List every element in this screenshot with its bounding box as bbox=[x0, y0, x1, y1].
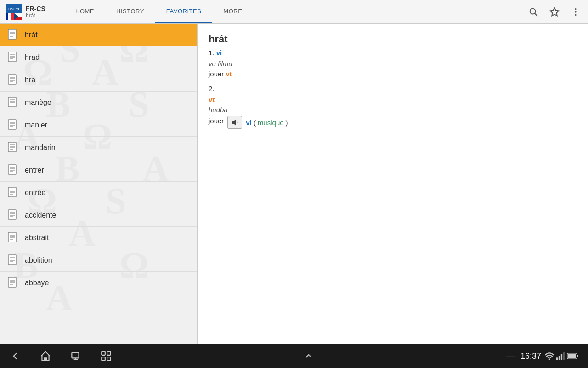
tab-more[interactable]: MORE bbox=[212, 0, 253, 23]
pos-text: vt bbox=[209, 96, 215, 104]
tab-home[interactable]: HOME bbox=[64, 0, 105, 23]
app-brand: Collins FR-CS hrát bbox=[0, 4, 64, 20]
recents-button[interactable] bbox=[70, 350, 82, 362]
word-label: mandarin bbox=[25, 144, 56, 152]
favorite-button[interactable] bbox=[548, 5, 561, 19]
main-content: S Ω Ω A B S A Ω B A Ω S A B Ω A bbox=[0, 24, 588, 344]
list-item[interactable]: abstrait bbox=[0, 227, 197, 249]
svg-rect-4 bbox=[11, 13, 14, 20]
entry-translation-2: hudba bbox=[209, 106, 577, 114]
list-item[interactable]: manier bbox=[0, 114, 197, 137]
app-title: FR-CS bbox=[26, 5, 45, 12]
word-doc-icon bbox=[7, 254, 19, 266]
svg-rect-90 bbox=[577, 355, 578, 357]
word-label: hrát bbox=[25, 31, 38, 39]
definition-panel: hrát 1. vi ve filmu jouer vt 2. vt hudba… bbox=[198, 24, 588, 344]
top-bar: Collins FR-CS hrát HOME HISTORY FAVORITE… bbox=[0, 0, 588, 24]
word-doc-icon bbox=[7, 164, 19, 176]
entry-example-1: jouer vt bbox=[209, 70, 577, 78]
search-button[interactable] bbox=[526, 5, 540, 19]
list-item[interactable]: entrer bbox=[0, 159, 197, 182]
svg-rect-69 bbox=[8, 277, 16, 287]
app-icon: Collins bbox=[6, 4, 22, 20]
translation-text: ve filmu bbox=[209, 60, 232, 68]
system-nav bbox=[9, 350, 112, 362]
entry-example-2: jouer vi (musique) bbox=[209, 116, 577, 129]
svg-point-11 bbox=[575, 8, 576, 9]
audio-button[interactable] bbox=[227, 116, 242, 129]
example-paren-close: ) bbox=[286, 119, 288, 126]
word-doc-icon bbox=[7, 29, 19, 41]
tab-history[interactable]: HISTORY bbox=[105, 0, 155, 23]
svg-point-83 bbox=[548, 358, 550, 360]
system-icons bbox=[545, 352, 579, 360]
word-label: manège bbox=[25, 98, 51, 107]
example-pos: vt bbox=[226, 70, 232, 78]
definition-entry-1: 1. vi bbox=[209, 49, 577, 57]
svg-rect-39 bbox=[8, 142, 16, 152]
word-doc-icon bbox=[7, 142, 19, 154]
example-paren: ( bbox=[254, 119, 256, 126]
example-vi: vi bbox=[246, 119, 252, 126]
svg-line-9 bbox=[535, 13, 537, 16]
svg-marker-74 bbox=[232, 119, 236, 125]
list-item[interactable]: mandarin bbox=[0, 137, 197, 159]
svg-rect-59 bbox=[8, 232, 16, 242]
word-doc-icon bbox=[7, 97, 19, 109]
grid-button[interactable] bbox=[100, 350, 112, 362]
list-item[interactable]: abolition bbox=[0, 249, 197, 272]
example-link[interactable]: musique bbox=[258, 119, 284, 126]
svg-rect-80 bbox=[107, 351, 111, 355]
svg-rect-54 bbox=[8, 210, 16, 219]
word-doc-icon bbox=[7, 232, 19, 244]
word-label: accidentel bbox=[25, 211, 58, 219]
svg-rect-2 bbox=[6, 13, 8, 20]
svg-rect-84 bbox=[556, 357, 558, 360]
svg-rect-79 bbox=[102, 351, 105, 355]
word-label: hra bbox=[25, 76, 35, 84]
svg-marker-10 bbox=[550, 7, 559, 15]
definition-entry-2: 2. bbox=[209, 85, 577, 93]
word-doc-icon bbox=[7, 119, 19, 131]
word-label: hrad bbox=[25, 53, 40, 62]
svg-rect-81 bbox=[102, 357, 105, 361]
word-label: abbaye bbox=[25, 279, 49, 287]
example-text: jouer bbox=[209, 70, 226, 78]
list-item[interactable]: entrée bbox=[0, 182, 197, 204]
list-item[interactable]: hrad bbox=[0, 46, 197, 69]
list-item[interactable]: hra bbox=[0, 69, 197, 92]
entry-pos: vi bbox=[216, 49, 222, 57]
word-doc-icon bbox=[7, 277, 19, 289]
svg-rect-82 bbox=[107, 357, 111, 361]
more-options-button[interactable] bbox=[569, 5, 582, 19]
entry-translation-1: ve filmu bbox=[209, 60, 577, 68]
word-doc-icon bbox=[7, 74, 19, 86]
list-item[interactable]: accidentel bbox=[0, 204, 197, 227]
svg-rect-86 bbox=[561, 354, 562, 360]
system-time: 16:37 bbox=[520, 351, 541, 361]
list-item[interactable]: manège bbox=[0, 92, 197, 114]
home-button[interactable] bbox=[40, 350, 51, 362]
word-doc-icon bbox=[7, 209, 19, 221]
app-title-group: FR-CS hrát bbox=[26, 5, 45, 19]
back-button[interactable] bbox=[9, 350, 21, 362]
svg-rect-29 bbox=[8, 97, 16, 107]
translation-text: hudba bbox=[209, 106, 228, 114]
example-text: jouer bbox=[209, 117, 224, 125]
svg-rect-64 bbox=[8, 255, 16, 264]
list-item[interactable]: hrát bbox=[0, 24, 197, 46]
word-label: entrer bbox=[25, 166, 44, 174]
svg-rect-14 bbox=[8, 29, 16, 39]
tab-favorites[interactable]: FAVORITES bbox=[155, 0, 213, 23]
svg-rect-76 bbox=[72, 352, 79, 358]
word-label: manier bbox=[25, 121, 47, 129]
list-item[interactable]: abbaye bbox=[0, 272, 197, 294]
svg-rect-87 bbox=[563, 352, 565, 360]
svg-rect-85 bbox=[559, 356, 560, 360]
top-actions bbox=[521, 5, 588, 19]
up-arrow-area bbox=[303, 351, 314, 362]
word-list-panel: S Ω Ω A B S A Ω B A Ω S A B Ω A bbox=[0, 24, 198, 344]
svg-point-12 bbox=[575, 11, 576, 12]
word-doc-icon bbox=[7, 52, 19, 63]
app-subtitle: hrát bbox=[26, 12, 45, 19]
